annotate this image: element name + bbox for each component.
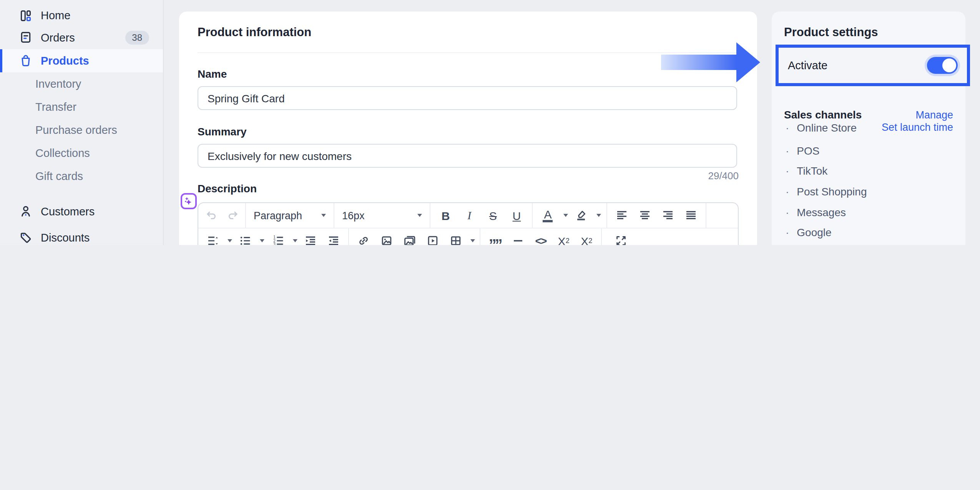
description-editor: Paragraph 16px B I S U [198, 202, 739, 245]
summary-input[interactable] [198, 144, 737, 168]
channel-row-tiktok: ·TikTok [786, 164, 953, 177]
bold-button[interactable]: B [436, 205, 456, 225]
name-label: Name [198, 68, 227, 80]
sparkles-icon [184, 196, 194, 206]
product-settings-panel: Product settings Activate Sales channels… [772, 12, 965, 245]
home-icon [19, 9, 32, 22]
name-input[interactable] [198, 86, 737, 110]
channel-row-online-store: · Online Store Set launch time [786, 121, 953, 133]
channel-row-post-shopping: ·Post Shopping [786, 185, 953, 197]
insert-image-icon[interactable] [377, 231, 397, 245]
blockquote-button[interactable]: ”” [485, 227, 505, 245]
manage-link[interactable]: Manage [915, 109, 953, 120]
activate-label: Activate [788, 59, 827, 72]
activate-toggle[interactable] [927, 57, 958, 74]
panel-title: Product settings [784, 25, 878, 39]
chevron-down-icon[interactable] [470, 239, 475, 242]
insert-link-icon[interactable] [354, 231, 374, 245]
sidebar-item-inventory[interactable]: Inventory [0, 72, 163, 95]
superscript-button[interactable]: X2 [554, 231, 574, 245]
activate-highlight-box: Activate [776, 45, 970, 86]
orders-icon [19, 31, 32, 44]
ai-assistant-button[interactable] [181, 193, 197, 209]
text-color-button[interactable]: A [538, 205, 558, 225]
horizontal-rule-button[interactable] [508, 231, 528, 245]
undo-icon[interactable] [201, 205, 221, 225]
align-center-icon[interactable] [635, 205, 655, 225]
annotation-arrow-shaft [661, 55, 736, 70]
editor-toolbar-row-2: 123 ”” <> X2 X [198, 228, 738, 245]
chevron-down-icon [321, 214, 326, 217]
highlight-color-button[interactable] [571, 205, 591, 225]
code-button[interactable]: <> [531, 231, 551, 245]
redo-icon[interactable] [223, 205, 243, 225]
discounts-icon [19, 231, 32, 244]
toggle-knob [942, 58, 956, 72]
svg-text:3: 3 [273, 242, 275, 245]
chevron-down-icon[interactable] [596, 214, 601, 217]
insert-table-icon[interactable] [446, 231, 466, 245]
channel-row-pos: ·POS [786, 144, 953, 157]
products-icon [19, 54, 32, 67]
editor-toolbar-row-1: Paragraph 16px B I S U [198, 203, 738, 228]
numbered-list-button[interactable]: 123 [268, 231, 288, 245]
align-right-icon[interactable] [658, 205, 678, 225]
chevron-down-icon[interactable] [563, 214, 568, 217]
channel-row-google: ·Google [786, 226, 953, 238]
sidebar-item-collections[interactable]: Collections [0, 141, 163, 164]
channel-row-messages: ·Messages [786, 206, 953, 218]
fullscreen-icon[interactable] [611, 231, 631, 245]
product-information-card: Product information Name Summary 29/400 … [179, 12, 757, 245]
sidebar-item-purchase-orders[interactable]: Purchase orders [0, 118, 163, 141]
summary-char-counter: 29/400 [708, 170, 739, 182]
italic-button[interactable]: I [459, 205, 479, 225]
sidebar-item-customers[interactable]: Customers [0, 200, 163, 223]
chevron-down-icon[interactable] [228, 239, 232, 242]
summary-label: Summary [198, 125, 247, 138]
customers-icon [19, 205, 32, 218]
orders-count-badge: 38 [125, 30, 149, 44]
card-title: Product information [198, 25, 311, 39]
description-label: Description [198, 182, 257, 195]
sidebar-item-transfer[interactable]: Transfer [0, 95, 163, 118]
sales-channels-header: Sales channels Manage [784, 108, 953, 121]
sidebar-item-gift-cards[interactable]: Gift cards [0, 164, 163, 187]
chevron-down-icon [417, 214, 422, 217]
line-spacing-button[interactable] [203, 231, 223, 245]
annotation-arrow-head [736, 42, 760, 82]
align-justify-icon[interactable] [681, 205, 701, 225]
indent-button[interactable] [301, 231, 321, 245]
divider [198, 52, 739, 53]
sidebar-item-label: Products [41, 54, 89, 67]
insert-gallery-icon[interactable] [400, 231, 420, 245]
outdent-button[interactable] [324, 231, 344, 245]
bullet-list-button[interactable] [236, 231, 256, 245]
paragraph-style-dropdown[interactable]: Paragraph [246, 203, 334, 228]
strikethrough-button[interactable]: S [483, 205, 503, 225]
align-left-icon[interactable] [612, 205, 632, 225]
sidebar: Home Orders 38 Products Inventory Transf… [0, 0, 164, 245]
chevron-down-icon[interactable] [292, 239, 297, 242]
underline-button[interactable]: U [507, 205, 527, 225]
sidebar-item-products[interactable]: Products [0, 49, 163, 72]
app-window: Home Orders 38 Products Inventory Transf… [0, 0, 980, 245]
sidebar-item-label: Orders [41, 31, 75, 43]
subscript-button[interactable]: X2 [576, 231, 596, 245]
font-size-dropdown[interactable]: 16px [334, 203, 430, 228]
sidebar-item-orders[interactable]: Orders 38 [0, 26, 163, 49]
sidebar-item-label: Home [41, 9, 70, 22]
set-launch-time-link[interactable]: Set launch time [882, 122, 953, 133]
insert-video-icon[interactable] [423, 231, 443, 245]
sidebar-item-discounts[interactable]: Discounts [0, 226, 163, 245]
chevron-down-icon[interactable] [260, 239, 265, 242]
sidebar-item-home[interactable]: Home [0, 4, 163, 27]
